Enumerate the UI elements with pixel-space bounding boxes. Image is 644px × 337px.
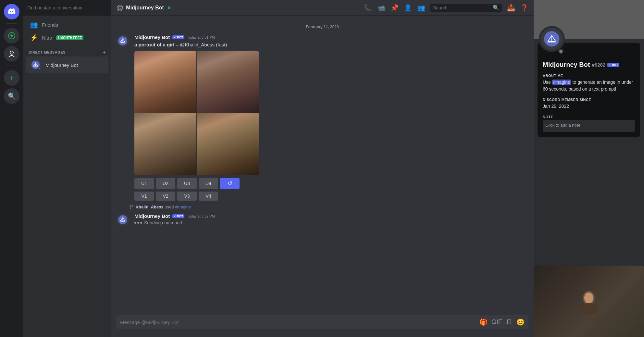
video-overlay-container <box>534 141 644 337</box>
member-list-icon[interactable]: 👥 <box>417 4 425 12</box>
search-input[interactable] <box>433 5 491 10</box>
video-icon[interactable]: 📹 <box>377 4 385 12</box>
message-mention: @Khalid_Abess <box>180 42 215 47</box>
message-text-tag: (fast) <box>216 42 227 47</box>
discord-home-icon[interactable] <box>4 4 19 19</box>
variation-1-button[interactable]: V1 <box>134 192 154 201</box>
search-box[interactable]: 🔍 <box>430 4 502 12</box>
date-separator: February 11, 2023 <box>111 22 534 32</box>
search-bar[interactable] <box>23 0 111 16</box>
member-since-date: Jan 29, 2022 <box>543 103 635 110</box>
dm-item-midjourney-bot[interactable]: Midjourney Bot <box>26 56 108 73</box>
search-icon: 🔍 <box>493 5 499 11</box>
image-cell-2[interactable] <box>197 51 259 113</box>
sending-bot-label: BOT <box>177 215 183 218</box>
add-server-button[interactable]: + <box>4 70 19 86</box>
image-cell-3[interactable] <box>134 113 196 175</box>
profile-header <box>534 0 644 39</box>
sidebar-item-nitro[interactable]: ⚡ Nitro 1 MONTH FREE <box>26 31 108 44</box>
nitro-icon: ⚡ <box>30 34 38 42</box>
dot-2 <box>137 222 139 224</box>
discover-servers-button[interactable]: 🔍 <box>4 88 19 104</box>
friends-label: Friends <box>42 22 58 28</box>
inbox-icon[interactable]: 📥 <box>507 4 515 12</box>
profile-status-dot <box>558 49 564 54</box>
profile-bot-label: BOT <box>612 63 618 67</box>
message-text-bold: a portrait of a girl <box>134 42 174 47</box>
flag-icon: 🏴 <box>129 205 134 209</box>
note-title: NOTE <box>543 115 635 119</box>
profile-bot-badge: ✓ BOT <box>607 63 619 67</box>
at-sign-icon: @ <box>116 4 123 12</box>
phone-icon[interactable]: 📞 <box>364 4 372 12</box>
message-text-sep: – <box>176 42 180 47</box>
dot-animation <box>134 222 142 224</box>
dm-username: Midjourney Bot <box>45 62 78 68</box>
message-author: Midjourney Bot <box>134 34 170 40</box>
about-prefix: Use <box>543 80 552 85</box>
system-used-text: used <box>165 205 175 209</box>
action-buttons-row2: V1 V2 V3 V4 <box>134 192 528 201</box>
bot-discriminator: #9282 <box>592 62 606 68</box>
dm-section-header: DIRECT MESSAGES + <box>23 44 111 56</box>
upscale-4-button[interactable]: U4 <box>199 178 218 189</box>
help-icon[interactable]: ❓ <box>520 4 528 12</box>
profile-name: Midjourney Bot #9282 ✓ BOT <box>543 61 635 69</box>
top-bar-actions: 📞 📹 📌 👤 👥 🔍 📥 ❓ <box>364 4 528 12</box>
server-ai-icon[interactable] <box>4 28 19 44</box>
sending-timestamp: Today at 3:32 PM <box>187 214 215 218</box>
portrait-2 <box>197 51 259 113</box>
status-dot <box>38 68 42 71</box>
portrait-3 <box>134 113 196 175</box>
right-sidebar: Midjourney Bot #9282 ✓ BOT ABOUT ME Use … <box>534 0 644 337</box>
profile-avatar <box>539 26 565 52</box>
pin-icon[interactable]: 📌 <box>390 4 399 12</box>
svg-point-11 <box>584 293 593 304</box>
portrait-1 <box>134 51 196 113</box>
upscale-1-button[interactable]: U1 <box>134 178 154 189</box>
variation-4-button[interactable]: V4 <box>199 192 218 201</box>
server-ai-icon-2[interactable] <box>4 46 19 62</box>
gift-icon[interactable]: 🎁 <box>479 318 488 326</box>
sending-message-header: Midjourney Bot ✓ BOT Today at 3:32 PM <box>134 213 528 219</box>
system-message: 🏴 Khalid_Abess used /imagine <box>111 203 534 211</box>
emoji-icon[interactable]: 😊 <box>516 318 525 326</box>
portrait-4 <box>197 113 259 175</box>
note-input[interactable]: Click to add a note <box>543 120 635 132</box>
refresh-button[interactable]: ↺ <box>220 178 240 189</box>
avatar <box>30 59 42 71</box>
action-buttons-row1: U1 U2 U3 U4 ↺ <box>134 178 528 189</box>
system-username: Khalid_Abess <box>136 205 164 209</box>
variation-3-button[interactable]: V3 <box>177 192 197 201</box>
sidebar-divider <box>6 23 17 24</box>
message-timestamp: Today at 3:31 PM <box>187 35 215 39</box>
system-command: /imagine <box>175 205 191 209</box>
message-input-box[interactable]: 🎁 GIF 🗒 😊 <box>116 315 528 329</box>
about-content: Use /imagine to generate an image in und… <box>543 79 635 93</box>
sidebar-item-friends[interactable]: 👥 Friends <box>26 18 108 31</box>
variation-2-button[interactable]: V2 <box>156 192 175 201</box>
add-dm-button[interactable]: + <box>103 49 106 55</box>
main-content: @ Midjourney Bot 📞 📹 📌 👤 👥 🔍 📥 ❓ Februar… <box>111 0 534 337</box>
sticker-icon[interactable]: 🗒 <box>506 318 513 326</box>
bot-badge: ✓ BOT <box>172 35 184 39</box>
message-1: Midjourney Bot ✓ BOT Today at 3:31 PM a … <box>111 32 534 203</box>
image-grid[interactable] <box>134 51 259 175</box>
message-input[interactable] <box>120 316 479 329</box>
search-input[interactable] <box>27 5 107 10</box>
image-cell-1[interactable] <box>134 51 196 113</box>
gif-icon[interactable]: GIF <box>491 318 502 326</box>
sidebar-divider-2 <box>6 66 17 66</box>
svg-point-12 <box>581 303 597 314</box>
add-member-icon[interactable]: 👤 <box>404 4 412 12</box>
upscale-3-button[interactable]: U3 <box>177 178 197 189</box>
upscale-2-button[interactable]: U2 <box>156 178 175 189</box>
dm-section-title: DIRECT MESSAGES <box>29 50 66 54</box>
note-placeholder: Click to add a note <box>545 123 580 128</box>
dm-sidebar: 👥 Friends ⚡ Nitro 1 MONTH FREE DIRECT ME… <box>23 0 111 337</box>
video-overlay <box>534 266 644 337</box>
input-actions: 🎁 GIF 🗒 😊 <box>479 318 525 326</box>
image-cell-4[interactable] <box>197 113 259 175</box>
sending-message-content: Midjourney Bot ✓ BOT Today at 3:32 PM Se… <box>134 213 528 226</box>
about-title: ABOUT ME <box>543 74 635 78</box>
